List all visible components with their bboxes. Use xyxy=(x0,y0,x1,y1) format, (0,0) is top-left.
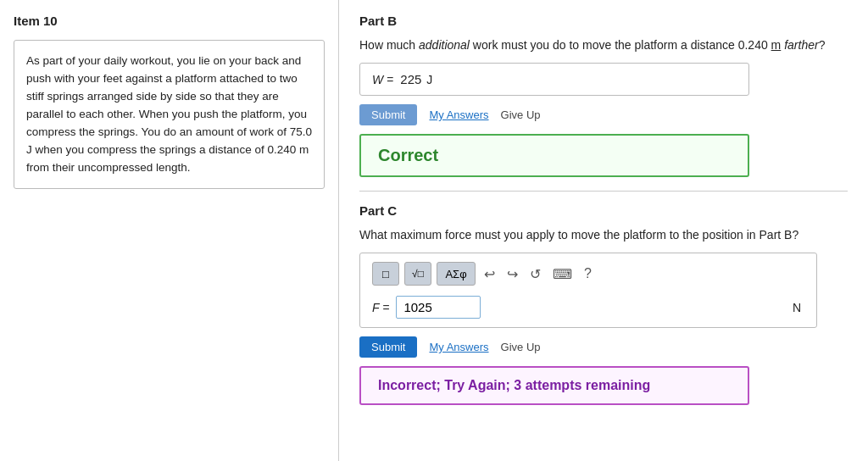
redo-button[interactable]: ↪ xyxy=(504,264,521,284)
part-c-answer-box: □ √□ ΑΣφ ↩ ↪ ↺ ⌨ ? xyxy=(359,253,817,328)
part-c-submit-button[interactable]: Submit xyxy=(359,336,417,358)
radical-icon-button[interactable]: √□ xyxy=(404,262,431,286)
section-divider xyxy=(359,191,848,192)
part-c-toolbar: □ √□ ΑΣφ ↩ ↪ ↺ ⌨ ? xyxy=(372,262,804,286)
help-icon: ? xyxy=(584,266,592,280)
help-button[interactable]: ? xyxy=(581,264,595,283)
part-c-answer-label: F = xyxy=(372,301,389,314)
part-b-action-row: Submit My Answers Give Up xyxy=(359,104,848,125)
part-c-section: Part C What maximum force must you apply… xyxy=(359,203,848,405)
part-c-question: What maximum force must you apply to mov… xyxy=(359,226,848,244)
part-b-give-up-link[interactable]: Give Up xyxy=(501,108,541,121)
part-b-question: How much additional work must you do to … xyxy=(359,36,848,54)
part-c-input-row: F = N xyxy=(372,296,804,319)
part-b-result-box: Correct xyxy=(359,134,749,177)
undo-button[interactable]: ↩ xyxy=(481,264,498,284)
square-icon: □ xyxy=(382,268,389,280)
radical-icon: √□ xyxy=(412,268,424,280)
greek-button[interactable]: ΑΣφ xyxy=(437,262,476,286)
item-body: As part of your daily workout, you lie o… xyxy=(14,40,325,189)
part-b-answer-label: W = xyxy=(372,73,393,86)
part-b-answer-unit: J xyxy=(426,73,432,86)
keyboard-button[interactable]: ⌨ xyxy=(549,264,576,284)
part-b-my-answers-link[interactable]: My Answers xyxy=(429,108,488,121)
part-c-answer-unit: N xyxy=(793,301,804,314)
part-c-give-up-link[interactable]: Give Up xyxy=(501,341,541,353)
part-b-heading: Part B xyxy=(359,14,848,28)
part-c-heading: Part C xyxy=(359,203,848,218)
square-icon-button[interactable]: □ xyxy=(372,262,399,286)
part-c-answer-input[interactable] xyxy=(396,296,481,319)
undo-icon: ↩ xyxy=(484,267,495,281)
part-b-section: Part B How much additional work must you… xyxy=(359,14,848,177)
refresh-button[interactable]: ↺ xyxy=(526,264,544,284)
part-c-my-answers-link[interactable]: My Answers xyxy=(429,341,488,353)
item-title: Item 10 xyxy=(14,14,325,28)
part-b-answer-value: 225 xyxy=(400,72,421,86)
part-c-action-row: Submit My Answers Give Up xyxy=(359,336,848,358)
part-b-submit-button[interactable]: Submit xyxy=(359,104,417,125)
redo-icon: ↪ xyxy=(507,267,518,281)
left-panel: Item 10 As part of your daily workout, y… xyxy=(0,0,339,461)
right-panel: Part B How much additional work must you… xyxy=(339,0,868,461)
part-c-result-box: Incorrect; Try Again; 3 attempts remaini… xyxy=(359,366,749,405)
part-b-answer-row: W = 225 J xyxy=(359,63,749,96)
keyboard-icon: ⌨ xyxy=(553,267,572,281)
refresh-icon: ↺ xyxy=(530,267,541,281)
